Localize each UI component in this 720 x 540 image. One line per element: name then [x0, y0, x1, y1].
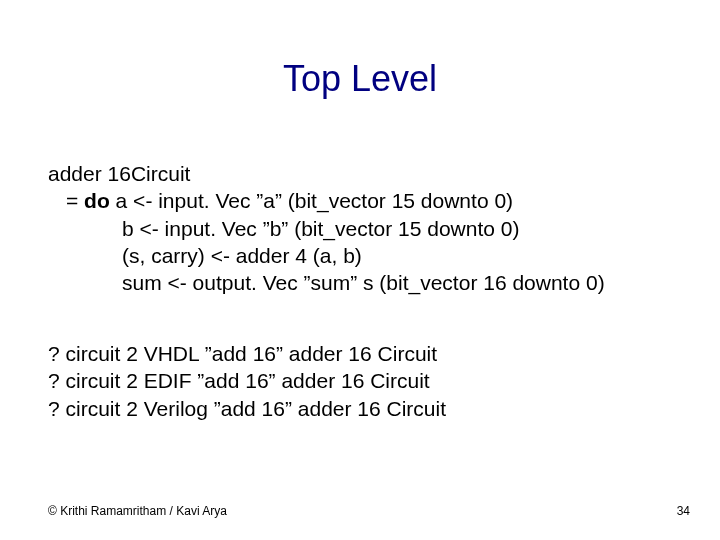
calls-block: ? circuit 2 VHDL ”add 16” adder 16 Circu…	[48, 340, 680, 422]
code-block: adder 16Circuit = do a <- input. Vec ”a”…	[48, 160, 680, 296]
code-text: a <- input. Vec ”a” (bit_vector 15 downt…	[110, 189, 513, 212]
code-line: = do a <- input. Vec ”a” (bit_vector 15 …	[48, 187, 680, 214]
call-line: ? circuit 2 EDIF ”add 16” adder 16 Circu…	[48, 367, 680, 394]
footer-copyright: © Krithi Ramamritham / Kavi Arya	[48, 504, 227, 518]
keyword-do: do	[84, 189, 110, 212]
page-number: 34	[677, 504, 690, 518]
call-line: ? circuit 2 Verilog ”add 16” adder 16 Ci…	[48, 395, 680, 422]
code-text: =	[66, 189, 84, 212]
code-line: adder 16Circuit	[48, 160, 680, 187]
slide-title: Top Level	[0, 58, 720, 100]
call-line: ? circuit 2 VHDL ”add 16” adder 16 Circu…	[48, 340, 680, 367]
code-line: b <- input. Vec ”b” (bit_vector 15 downt…	[48, 215, 680, 242]
code-line: sum <- output. Vec ”sum” s (bit_vector 1…	[48, 269, 680, 296]
code-line: (s, carry) <- adder 4 (a, b)	[48, 242, 680, 269]
slide: Top Level adder 16Circuit = do a <- inpu…	[0, 0, 720, 540]
